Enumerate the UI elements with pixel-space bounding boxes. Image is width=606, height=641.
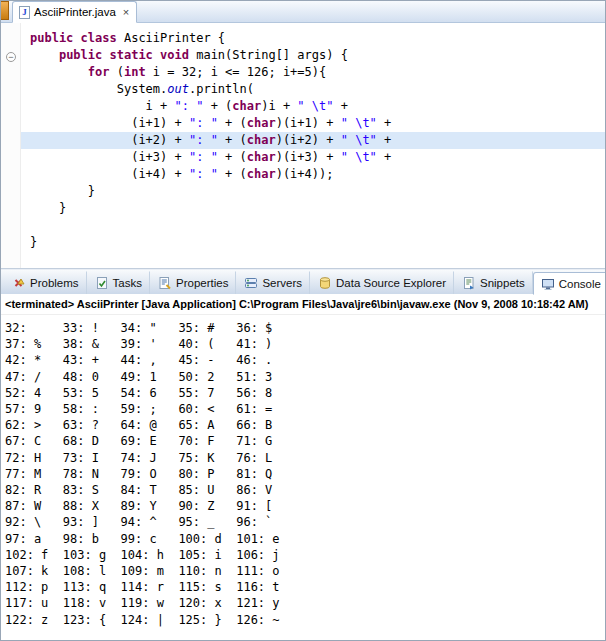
- console-line: 37: % 38: & 39: ' 40: ( 41: ): [5, 336, 605, 352]
- eclipse-window: J AsciiPrinter.java × − public class Asc…: [0, 0, 606, 641]
- code-line[interactable]: i + ": " + (char)i + " \t" +: [21, 98, 605, 115]
- code-line[interactable]: for (int i = 32; i <= 126; i+=5){: [21, 64, 605, 81]
- code-keyword: public static void: [59, 48, 189, 62]
- tab-label: Snippets: [480, 277, 525, 289]
- code-text: +: [377, 116, 391, 130]
- code-text: + (: [218, 133, 247, 147]
- console-line: 107: k 108: l 109: m 110: n 111: o: [5, 563, 605, 579]
- code-text: main(String[] args) {: [189, 48, 348, 62]
- editor-tab-asciiprinter[interactable]: J AsciiPrinter.java ×: [12, 1, 137, 23]
- code-text: }: [88, 184, 95, 198]
- code-string: ": ": [189, 116, 218, 130]
- code-string: " \t": [341, 116, 377, 130]
- tab-servers[interactable]: Servers: [236, 271, 310, 294]
- code-line[interactable]: (i+2) + ": " + (char)(i+2) + " \t" +: [21, 132, 605, 149]
- console-line: 112: p 113: q 114: r 115: s 116: t: [5, 579, 605, 595]
- tab-label: Servers: [262, 277, 302, 289]
- code-line[interactable]: (i+1) + ": " + (char)(i+1) + " \t" +: [21, 115, 605, 132]
- console-output[interactable]: 32: 33: ! 34: " 35: # 36: $37: % 38: & 3…: [1, 315, 605, 640]
- code-text: +: [333, 99, 347, 113]
- code-keyword: char: [247, 133, 276, 147]
- annotation-ruler: −: [1, 23, 21, 268]
- code-text: }: [59, 201, 66, 215]
- tab-label: Problems: [30, 277, 79, 289]
- code-string: " \t": [341, 133, 377, 147]
- code-text: )(i+4));: [276, 167, 334, 181]
- console-line: 62: > 63: ? 64: @ 65: A 66: B: [5, 417, 605, 433]
- console-status-line: <terminated> AsciiPrinter [Java Applicat…: [1, 294, 605, 315]
- code-string: ": ": [175, 99, 204, 113]
- code-line[interactable]: (i+4) + ": " + (char)(i+4));: [21, 166, 605, 183]
- code-keyword: public class: [30, 31, 117, 45]
- code-text: .println(: [189, 82, 254, 96]
- console-line: 47: / 48: 0 49: 1 50: 2 51: 3: [5, 369, 605, 385]
- code-string: ": ": [189, 150, 218, 164]
- snippets-icon: [462, 276, 476, 290]
- code-text: (: [109, 65, 123, 79]
- tab-problems[interactable]: Problems: [4, 271, 87, 294]
- code-text: i +: [146, 99, 175, 113]
- code-string: ": ": [189, 133, 218, 147]
- editor-tab-label: AsciiPrinter.java: [34, 6, 116, 18]
- console-line: 117: u 118: v 119: w 120: x 121: y: [5, 595, 605, 611]
- tasks-icon: [95, 276, 109, 290]
- code-line[interactable]: public class AsciiPrinter {: [21, 30, 605, 47]
- code-string: " \t": [341, 150, 377, 164]
- code-text: System.: [117, 82, 168, 96]
- tab-console[interactable]: Console ×: [533, 272, 606, 295]
- code-area[interactable]: public class AsciiPrinter { public stati…: [21, 23, 605, 268]
- code-line[interactable]: }: [21, 234, 605, 251]
- code-keyword: for: [88, 65, 110, 79]
- code-text: (i+4) +: [131, 167, 189, 181]
- tab-properties[interactable]: Properties: [150, 271, 236, 294]
- code-text: )i +: [261, 99, 297, 113]
- left-edge-accent: [1, 1, 9, 20]
- tab-tasks[interactable]: Tasks: [87, 271, 150, 294]
- code-string: ": ": [189, 167, 218, 181]
- code-line[interactable]: System.out.println(: [21, 81, 605, 98]
- code-keyword: char: [232, 99, 261, 113]
- tab-data-source-explorer[interactable]: Data Source Explorer: [310, 271, 454, 294]
- java-file-icon: J: [19, 6, 30, 19]
- console-line: 32: 33: ! 34: " 35: # 36: $: [5, 320, 605, 336]
- code-string: " \t": [297, 99, 333, 113]
- code-text: )(i+1) +: [276, 116, 341, 130]
- code-text: + (: [218, 167, 247, 181]
- console-line: 122: z 123: { 124: | 125: } 126: ~: [5, 612, 605, 628]
- console-line: 52: 4 53: 5 54: 6 55: 7 56: 8: [5, 385, 605, 401]
- tab-label: Data Source Explorer: [336, 277, 446, 289]
- code-keyword: int: [124, 65, 146, 79]
- console-line: 87: W 88: X 89: Y 90: Z 91: [: [5, 498, 605, 514]
- servers-icon: [244, 276, 258, 290]
- console-icon: [541, 277, 555, 291]
- tab-label: Console: [559, 278, 601, 290]
- console-line: 92: \ 93: ] 94: ^ 95: _ 96: `: [5, 514, 605, 530]
- code-line[interactable]: }: [21, 183, 605, 200]
- problems-icon: [12, 276, 26, 290]
- code-text: }: [30, 235, 37, 249]
- code-keyword: char: [247, 167, 276, 181]
- code-keyword: char: [247, 116, 276, 130]
- code-line[interactable]: }: [21, 200, 605, 217]
- code-text: + (: [218, 116, 247, 130]
- code-text: (i+3) +: [131, 150, 189, 164]
- code-text: i = 32; i <= 126; i+=5){: [146, 65, 327, 79]
- code-line[interactable]: [21, 217, 605, 234]
- editor-tab-close-icon[interactable]: ×: [123, 7, 129, 18]
- code-line[interactable]: public static void main(String[] args) {: [21, 47, 605, 64]
- tab-label: Properties: [176, 277, 228, 289]
- code-text: (i+1) +: [131, 116, 189, 130]
- properties-icon: [158, 276, 172, 290]
- view-tab-bar: Problems Tasks Properties Servers Data S…: [1, 269, 605, 294]
- console-line: 77: M 78: N 79: O 80: P 81: Q: [5, 466, 605, 482]
- code-line[interactable]: (i+3) + ": " + (char)(i+3) + " \t" +: [21, 149, 605, 166]
- code-text: )(i+2) +: [276, 133, 341, 147]
- code-keyword: char: [247, 150, 276, 164]
- console-line: 102: f 103: g 104: h 105: i 106: j: [5, 547, 605, 563]
- code-text: +: [377, 150, 391, 164]
- console-line: 42: * 43: + 44: , 45: - 46: .: [5, 352, 605, 368]
- fold-collapse-icon[interactable]: −: [6, 52, 16, 62]
- database-icon: [318, 276, 332, 290]
- code-text: +: [377, 133, 391, 147]
- tab-snippets[interactable]: Snippets: [454, 271, 533, 294]
